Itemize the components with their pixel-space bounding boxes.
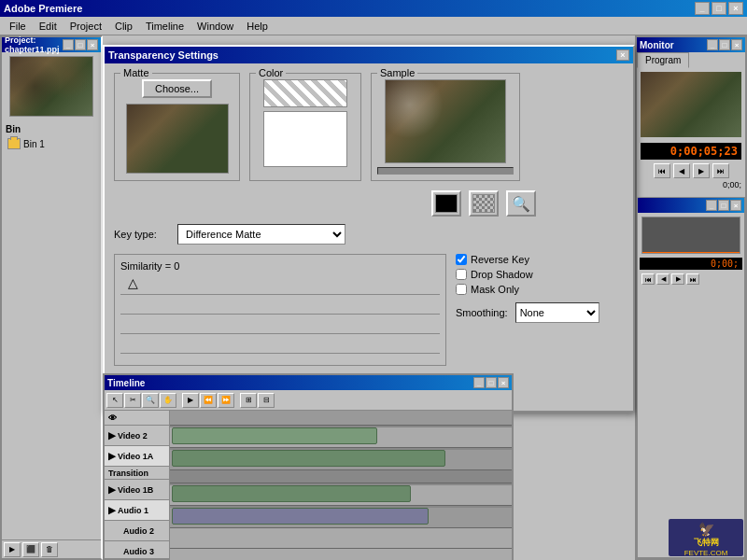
tl-tool-7[interactable]: ⏩ xyxy=(218,393,234,408)
watermark-line1: 飞特网 xyxy=(673,537,739,549)
tl-tool-zoom[interactable]: 🔍 xyxy=(142,393,159,408)
track-row-video2[interactable] xyxy=(170,427,512,448)
drop-shadow-checkbox[interactable] xyxy=(456,269,467,280)
bin-label: Bin xyxy=(6,124,97,134)
smoothing-select[interactable]: None Low High xyxy=(515,302,599,323)
track-label-audio1: ▶Audio 1 xyxy=(105,500,169,521)
sample-slider[interactable] xyxy=(377,167,514,175)
timeline-maximize[interactable]: □ xyxy=(486,377,497,388)
slider-line-4[interactable] xyxy=(120,353,440,354)
matte-label: Matte xyxy=(120,67,152,78)
project-tool-1[interactable]: ▶ xyxy=(4,542,21,557)
track-row-spacer xyxy=(170,411,512,426)
track-row-audio3[interactable] xyxy=(170,549,512,560)
transparency-dialog: Transparency Settings × Matte Choose... xyxy=(103,45,635,413)
br-minimize[interactable]: _ xyxy=(706,200,717,211)
monitor-maximize[interactable]: □ xyxy=(719,39,730,50)
br-ctrl-2[interactable]: ◀ xyxy=(656,273,669,285)
sample-group: Sample xyxy=(371,73,520,181)
key-type-row: Key type: Difference Matte xyxy=(114,224,624,245)
color-swatch-hatched xyxy=(263,79,347,107)
br-ctrl-4[interactable]: ⏭ xyxy=(686,273,699,285)
tl-tool-6[interactable]: ⏪ xyxy=(200,393,217,408)
key-type-select[interactable]: Difference Matte xyxy=(177,224,345,245)
menu-clip[interactable]: Clip xyxy=(109,19,138,34)
menu-help[interactable]: Help xyxy=(241,19,274,34)
audio2-label: Audio 2 xyxy=(123,526,154,536)
title-bar-buttons: _ □ × xyxy=(695,2,743,15)
mask-only-checkbox[interactable] xyxy=(456,284,467,295)
monitor-btn-2[interactable]: ◀ xyxy=(673,163,690,178)
reverse-key-checkbox[interactable] xyxy=(456,254,467,265)
color-swatch-white xyxy=(263,111,347,167)
bin-section: Bin Bin 1 xyxy=(2,120,101,539)
menu-timeline[interactable]: Timeline xyxy=(140,19,190,34)
track-label-transition: Transition xyxy=(105,467,169,480)
triangle-indicator: △ xyxy=(128,275,440,290)
track-row-video1b[interactable] xyxy=(170,485,512,506)
slider-line-2[interactable] xyxy=(120,314,440,315)
track-row-transition[interactable] xyxy=(170,470,512,483)
track-clip-video2[interactable] xyxy=(172,427,377,444)
project-window: Project: chapter11.ppj _ □ × Bin Bin 1 ▶… xyxy=(0,35,103,560)
project-minimize[interactable]: _ xyxy=(63,39,74,50)
track-row-audio2[interactable] xyxy=(170,528,512,549)
tl-tool-hand[interactable]: ✋ xyxy=(160,393,176,408)
track-clip-video1b[interactable] xyxy=(172,485,411,502)
slider-line-3[interactable] xyxy=(120,333,440,334)
main-area: Project: chapter11.ppj _ □ × Bin Bin 1 ▶… xyxy=(0,35,747,560)
tl-tool-5[interactable]: ▶ xyxy=(182,393,199,408)
track-row-audio1[interactable] xyxy=(170,508,512,528)
view-black-button[interactable] xyxy=(431,190,461,217)
choose-button[interactable]: Choose... xyxy=(142,79,212,98)
monitor-btn-1[interactable]: ⏮ xyxy=(654,163,670,178)
menu-window[interactable]: Window xyxy=(191,19,239,34)
monitor-close[interactable]: × xyxy=(731,39,742,50)
track-clip-video1a[interactable] xyxy=(172,450,445,467)
timeline-toolbar: ↖ ✂ 🔍 ✋ ▶ ⏪ ⏩ ⊞ ⊟ xyxy=(105,390,512,411)
dialog-content: Matte Choose... Color Sample xyxy=(105,63,633,411)
tl-tool-razor[interactable]: ✂ xyxy=(124,393,141,408)
view-checker-button[interactable] xyxy=(469,190,499,217)
video1a-label: Video 1A xyxy=(118,452,153,461)
timeline-minimize[interactable]: _ xyxy=(473,377,485,388)
track-row-video1a[interactable] xyxy=(170,450,512,470)
view-zoom-button[interactable]: 🔍 xyxy=(506,190,536,217)
project-thumbnail xyxy=(9,56,93,117)
monitor-btn-4[interactable]: ⏭ xyxy=(712,163,729,178)
bin-item[interactable]: Bin 1 xyxy=(6,136,97,151)
minimize-button[interactable]: _ xyxy=(695,2,710,15)
menu-file[interactable]: File xyxy=(4,19,32,34)
program-tab[interactable]: Program xyxy=(637,52,689,68)
project-close[interactable]: × xyxy=(87,39,98,50)
track-labels: 👁 ▶Video 2 ▶Video 1A Transition ▶Video 1… xyxy=(105,411,170,560)
options-section: Reverse Key Drop Shadow Mask Only xyxy=(456,254,624,366)
br-maximize[interactable]: □ xyxy=(718,200,729,211)
slider-line-1[interactable] xyxy=(120,294,440,295)
close-button[interactable]: × xyxy=(728,2,743,15)
monitor-btn-3[interactable]: ▶ xyxy=(693,163,710,178)
project-tool-2[interactable]: ⬛ xyxy=(22,542,39,557)
menu-project[interactable]: Project xyxy=(64,19,107,34)
monitor-minimize[interactable]: _ xyxy=(707,39,718,50)
dialog-title-bar: Transparency Settings × xyxy=(105,47,633,63)
mask-only-label: Mask Only xyxy=(471,284,519,295)
tl-tool-9[interactable]: ⊟ xyxy=(258,393,275,408)
maximize-button[interactable]: □ xyxy=(712,2,726,15)
menu-edit[interactable]: Edit xyxy=(34,19,63,34)
br-close[interactable]: × xyxy=(730,200,741,211)
track-clip-audio1[interactable] xyxy=(172,508,429,525)
dialog-close-button[interactable]: × xyxy=(616,49,629,61)
tl-tool-select[interactable]: ↖ xyxy=(106,393,123,408)
project-maximize[interactable]: □ xyxy=(75,39,86,50)
br-ctrl-3[interactable]: ▶ xyxy=(671,273,684,285)
dialog-title: Transparency Settings xyxy=(108,49,218,61)
drop-shadow-label: Drop Shadow xyxy=(471,269,533,280)
br-ctrl-1[interactable]: ⏮ xyxy=(641,273,655,285)
tl-tool-8[interactable]: ⊞ xyxy=(240,393,257,408)
project-tool-3[interactable]: 🗑 xyxy=(41,542,58,557)
smoothing-label: Smoothing: xyxy=(456,307,508,318)
timeline-close[interactable]: × xyxy=(498,377,509,388)
monitor-tabs: Program xyxy=(637,52,745,68)
dialog-bottom: Similarity = 0 △ Reverse Key xyxy=(114,254,624,366)
